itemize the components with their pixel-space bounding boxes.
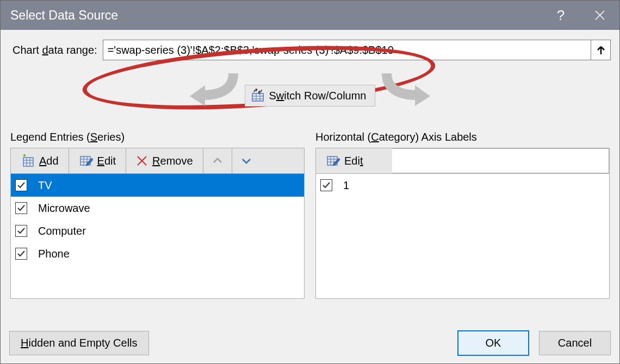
ok-button[interactable]: OK [457,330,529,356]
series-item[interactable]: Microwave [11,197,304,219]
arrow-up-icon [595,44,607,56]
category-listbox[interactable]: 1 [315,174,610,299]
chart-data-range-row: Chart data range: [9,40,611,60]
move-series-up-button[interactable] [203,148,232,173]
series-toolbar: Add Edit [10,148,305,174]
category-item-label: 1 [343,179,349,192]
checkbox[interactable] [15,179,27,191]
series-item-label: TV [38,179,52,192]
svg-rect-0 [252,93,263,101]
switch-icon [251,89,265,103]
window-title: Select Data Source [10,8,541,23]
series-item-label: Computer [38,225,86,237]
series-item[interactable]: Computer [11,219,304,242]
switch-button-label: Switch Row/Column [269,90,367,102]
edit-series-button[interactable]: Edit [69,148,126,173]
right-curve-arrow-icon [376,68,441,111]
title-bar: Select Data Source ? [1,1,619,30]
left-curve-arrow-icon [179,68,244,111]
add-icon [21,154,35,168]
category-item[interactable]: 1 [316,174,609,197]
remove-icon [136,155,148,167]
edit-icon [79,154,93,168]
add-series-button[interactable]: Add [11,148,69,173]
legend-entries-heading: Legend Entries (Series) [10,131,305,143]
category-axis-heading: Horizontal (Category) Axis Labels [315,131,610,143]
checkbox[interactable] [15,225,27,237]
switch-row-column-button[interactable]: Switch Row/Column [245,85,376,106]
help-button[interactable]: ? [541,1,580,30]
series-item-label: Phone [38,248,70,260]
series-item[interactable]: TV [11,174,304,197]
chart-data-range-input[interactable] [103,42,591,59]
hidden-empty-cells-button[interactable]: Hidden and Empty Cells [9,331,149,355]
legend-entries-panel: Legend Entries (Series) Add [10,131,305,299]
remove-series-button[interactable]: Remove [126,148,203,173]
checkbox[interactable] [320,179,332,191]
category-toolbar: Edit [315,148,610,174]
cancel-button[interactable]: Cancel [539,331,611,355]
chevron-down-icon [241,155,252,166]
series-item[interactable]: Phone [11,242,304,265]
range-collapse-button[interactable] [591,40,610,60]
category-axis-panel: Horizontal (Category) Axis Labels Edit [315,131,610,299]
move-series-down-button[interactable] [232,148,261,173]
edit-icon [326,154,340,168]
svg-rect-5 [23,158,33,166]
close-button[interactable] [580,1,619,30]
chart-data-range-label: Chart data range: [13,44,97,57]
edit-category-button[interactable]: Edit [316,148,392,173]
chevron-up-icon [212,155,223,166]
checkbox[interactable] [15,202,27,214]
series-listbox[interactable]: TVMicrowaveComputerPhone [10,174,305,299]
series-item-label: Microwave [38,202,90,215]
checkbox[interactable] [15,248,27,260]
